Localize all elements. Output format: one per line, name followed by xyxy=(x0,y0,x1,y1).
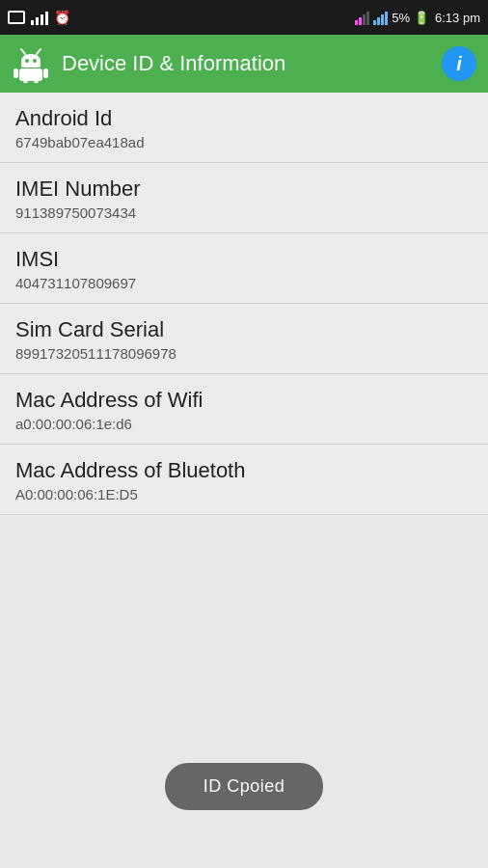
svg-point-2 xyxy=(25,59,29,63)
status-left-icons: ⏰ xyxy=(8,10,70,25)
mac-bluetooth-label: Mac Address of Bluetoth xyxy=(15,458,473,483)
app-bar: Device ID & Information i xyxy=(0,35,488,93)
battery-percentage: 5% xyxy=(392,11,410,25)
android-logo-icon xyxy=(12,44,50,83)
sim-card-serial-value: 89917320511178096978 xyxy=(15,345,473,362)
clock-icon: ⏰ xyxy=(54,10,70,25)
signal-blue-icon xyxy=(373,10,388,25)
info-button[interactable]: i xyxy=(442,46,476,81)
imei-value: 911389750073434 xyxy=(15,204,473,221)
mac-bluetooth-item: Mac Address of Bluetoth A0:00:00:06:1E:D… xyxy=(0,445,488,515)
signal-pink-icon xyxy=(355,10,369,25)
battery-icon: 🔋 xyxy=(414,11,429,25)
mac-bluetooth-value: A0:00:00:06:1E:D5 xyxy=(15,486,473,502)
bars-icon xyxy=(31,10,48,25)
sim-card-serial-label: Sim Card Serial xyxy=(15,317,473,342)
imei-label: IMEI Number xyxy=(15,176,473,202)
imei-item: IMEI Number 911389750073434 xyxy=(0,163,488,233)
android-id-value: 6749bab07ea418ad xyxy=(15,134,473,150)
mac-wifi-label: Mac Address of Wifi xyxy=(15,388,473,413)
android-id-item: Android Id 6749bab07ea418ad xyxy=(0,93,488,163)
sim-card-serial-item: Sim Card Serial 89917320511178096978 xyxy=(0,304,488,374)
svg-rect-4 xyxy=(19,68,42,81)
mac-wifi-item: Mac Address of Wifi a0:00:00:06:1e:d6 xyxy=(0,374,488,445)
button-area: ID Cpoied xyxy=(0,763,488,810)
mac-wifi-value: a0:00:00:06:1e:d6 xyxy=(15,416,473,432)
imsi-item: IMSI 404731107809697 xyxy=(0,233,488,304)
svg-line-1 xyxy=(37,49,41,54)
status-right-icons: 5% 🔋 6:13 pm xyxy=(355,10,480,25)
app-title: Device ID & Information xyxy=(62,51,430,76)
copy-button[interactable]: ID Cpoied xyxy=(165,763,324,810)
svg-point-3 xyxy=(33,59,37,63)
svg-rect-6 xyxy=(43,68,48,78)
time-display: 6:13 pm xyxy=(435,11,480,25)
svg-rect-7 xyxy=(23,81,28,83)
content-area: Android Id 6749bab07ea418ad IMEI Number … xyxy=(0,93,488,515)
imsi-value: 404731107809697 xyxy=(15,275,473,291)
svg-line-0 xyxy=(21,49,25,54)
status-bar: ⏰ 5% 🔋 6:13 pm xyxy=(0,0,488,35)
svg-rect-5 xyxy=(14,68,18,78)
screen-icon xyxy=(8,11,25,24)
android-id-label: Android Id xyxy=(15,106,473,131)
svg-rect-8 xyxy=(34,81,39,83)
imsi-label: IMSI xyxy=(15,247,473,272)
